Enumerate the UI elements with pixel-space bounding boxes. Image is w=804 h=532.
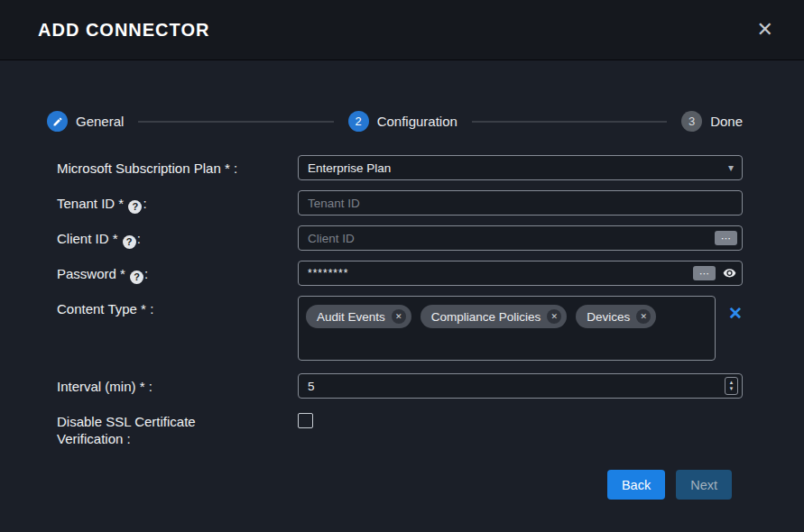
client-id-row: Client ID * ?: ⋯ — [57, 225, 743, 251]
content-type-chip: Audit Events ✕ — [306, 305, 411, 328]
step-done-label: Done — [710, 114, 743, 129]
next-button[interactable]: Next — [676, 470, 732, 500]
step-configuration-circle: 2 — [348, 111, 369, 132]
content-type-chip: Compliance Policies ✕ — [420, 305, 568, 328]
ssl-row: Disable SSL Certificate Verification : — [57, 408, 743, 447]
help-icon[interactable]: ? — [130, 271, 143, 284]
interval-label: Interval (min) * : — [57, 373, 298, 395]
caret-up-icon: ▲ — [729, 380, 735, 386]
dialog-footer: Back Next — [0, 470, 732, 500]
close-icon[interactable]: ✕ — [753, 16, 777, 43]
content-type-multiselect[interactable]: Audit Events ✕ Compliance Policies ✕ Dev… — [298, 296, 716, 361]
back-button[interactable]: Back — [607, 470, 665, 500]
dialog-header: ADD CONNECTOR ✕ — [0, 0, 804, 60]
show-password-icon[interactable] — [722, 266, 737, 280]
step-general-label: General — [76, 114, 124, 129]
password-label: Password * ?: — [57, 261, 298, 284]
subscription-plan-row: Microsoft Subscription Plan * : Enterpri… — [57, 155, 743, 180]
content-type-row: Content Type * : Audit Events ✕ Complian… — [57, 296, 743, 361]
interval-input[interactable] — [298, 373, 743, 399]
step-connector — [138, 121, 333, 123]
content-type-label: Content Type * : — [57, 296, 298, 317]
remove-chip-icon[interactable]: ✕ — [392, 309, 406, 324]
step-done-circle: 3 — [681, 111, 702, 132]
clear-content-type-icon[interactable]: ✕ — [728, 305, 743, 322]
tenant-id-label: Tenant ID * ?: — [57, 190, 298, 214]
interval-stepper[interactable]: ▲ ▼ — [725, 377, 738, 395]
remove-chip-icon[interactable]: ✕ — [636, 309, 651, 324]
ssl-checkbox[interactable] — [298, 413, 313, 428]
subscription-plan-select[interactable]: Enterprise Plan — [298, 155, 743, 180]
password-input[interactable] — [298, 261, 743, 286]
subscription-plan-label: Microsoft Subscription Plan * : — [57, 155, 298, 177]
tenant-id-row: Tenant ID * ?: — [57, 190, 743, 216]
step-general[interactable]: General — [47, 111, 124, 132]
password-more-button[interactable]: ⋯ — [693, 266, 716, 280]
stepper: General 2 Configuration 3 Done — [47, 111, 743, 132]
step-general-circle — [47, 111, 68, 132]
edit-icon — [52, 116, 63, 127]
help-icon[interactable]: ? — [128, 200, 142, 214]
tenant-id-input[interactable] — [298, 190, 743, 216]
content-type-chip: Devices ✕ — [576, 305, 656, 328]
step-configuration[interactable]: 2 Configuration — [348, 111, 457, 132]
step-configuration-label: Configuration — [377, 114, 457, 129]
step-connector — [472, 121, 667, 123]
interval-row: Interval (min) * : ▲ ▼ — [57, 373, 743, 399]
password-row: Password * ?: ⋯ — [57, 261, 743, 286]
client-id-more-button[interactable]: ⋯ — [715, 231, 737, 245]
configuration-form: Microsoft Subscription Plan * : Enterpri… — [57, 155, 743, 447]
client-id-input[interactable] — [298, 225, 743, 251]
page-title: ADD CONNECTOR — [38, 20, 209, 41]
step-done[interactable]: 3 Done — [681, 111, 743, 132]
subscription-plan-value: Enterprise Plan — [308, 161, 391, 175]
ssl-label: Disable SSL Certificate Verification : — [57, 408, 298, 447]
caret-down-icon: ▼ — [729, 386, 735, 392]
client-id-label: Client ID * ?: — [57, 225, 298, 249]
help-icon[interactable]: ? — [123, 235, 136, 249]
add-connector-dialog: ADD CONNECTOR ✕ General 2 Configuration … — [0, 0, 804, 500]
remove-chip-icon[interactable]: ✕ — [547, 309, 561, 324]
